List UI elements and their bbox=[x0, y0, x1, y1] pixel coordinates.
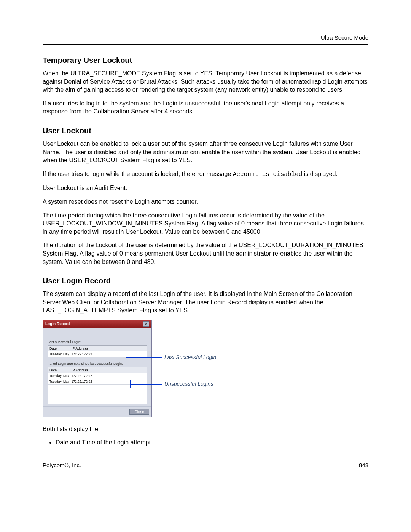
page-footer: Polycom®, Inc. 843 bbox=[43, 462, 368, 468]
login-record-figure: Login Record x Last successful Login: Da… bbox=[43, 320, 218, 417]
cell-ip: 172.22.172.92 bbox=[70, 351, 147, 357]
col-date-header: Date bbox=[48, 367, 70, 373]
para: If the user tries to login while the acc… bbox=[43, 170, 368, 179]
h-user-lockout: User Lockout bbox=[43, 126, 368, 135]
close-icon[interactable]: x bbox=[143, 321, 149, 327]
para: The time period during which the three c… bbox=[43, 211, 368, 236]
header-rule bbox=[43, 44, 368, 45]
last-login-table: Date IP Address Tuesday, May 1 172.22.17… bbox=[48, 345, 147, 357]
callout-leader bbox=[130, 384, 162, 385]
failed-login-label: Failed Login attempts since last success… bbox=[48, 362, 147, 366]
col-ip-header: IP Address bbox=[70, 367, 147, 373]
close-button[interactable]: Close bbox=[129, 409, 149, 415]
para: A system reset does not reset the Login … bbox=[43, 198, 368, 206]
last-login-label: Last successful Login: bbox=[48, 340, 147, 344]
para-text: If the user tries to login while the acc… bbox=[43, 171, 233, 177]
dialog-title: Login Record bbox=[45, 322, 70, 326]
page-number: 843 bbox=[359, 462, 368, 468]
cell-date: Tuesday, May 1 bbox=[48, 351, 70, 357]
para: The system can display a record of the l… bbox=[43, 290, 368, 315]
cell-date: Tuesday, May 1 bbox=[48, 379, 70, 384]
para: User Lockout is an Audit Event. bbox=[43, 184, 368, 192]
table-row: Tuesday, May 1 172.22.172.92 bbox=[48, 351, 147, 357]
cell-ip: 172.22.172.92 bbox=[70, 373, 147, 379]
para: User Lockout can be enabled to lock a us… bbox=[43, 140, 368, 165]
footer-company: Polycom®, Inc. bbox=[43, 462, 81, 468]
col-ip-header: IP Address bbox=[70, 345, 147, 351]
footer-text: Polycom bbox=[43, 462, 65, 468]
callout-unsuccessful-logins: Unsuccessful Logins bbox=[164, 381, 213, 387]
failed-login-table: Date IP Address Tuesday, May 1 172.22.17… bbox=[48, 367, 147, 385]
dialog-titlebar: Login Record x bbox=[43, 320, 151, 328]
callout-last-login: Last Successful Login bbox=[164, 354, 216, 360]
table-row: Tuesday, May 1 172.22.172.92 bbox=[48, 373, 147, 379]
callout-leader bbox=[126, 357, 162, 358]
code-account-disabled: Account is disabled bbox=[233, 171, 302, 178]
footer-text: , Inc. bbox=[69, 462, 81, 468]
para-text: is displayed. bbox=[302, 171, 338, 177]
list-item: Date and Time of the Login attempt. bbox=[56, 438, 368, 447]
table-empty-area bbox=[48, 385, 147, 404]
para: When the ULTRA_SECURE_MODE System Flag i… bbox=[43, 69, 368, 94]
para: Both lists display the: bbox=[43, 425, 368, 433]
h-temporary-user-lockout: Temporary User Lockout bbox=[43, 56, 368, 65]
registered-icon: ® bbox=[65, 462, 69, 468]
login-record-dialog: Login Record x Last successful Login: Da… bbox=[43, 320, 152, 417]
h-user-login-record: User Login Record bbox=[43, 276, 368, 285]
para: The duration of the Lockout of the user … bbox=[43, 241, 368, 266]
cell-date: Tuesday, May 1 bbox=[48, 373, 70, 379]
para: If a user tries to log in to the system … bbox=[43, 99, 368, 116]
col-date-header: Date bbox=[48, 345, 70, 351]
header-mode: Ultra Secure Mode bbox=[43, 34, 368, 41]
